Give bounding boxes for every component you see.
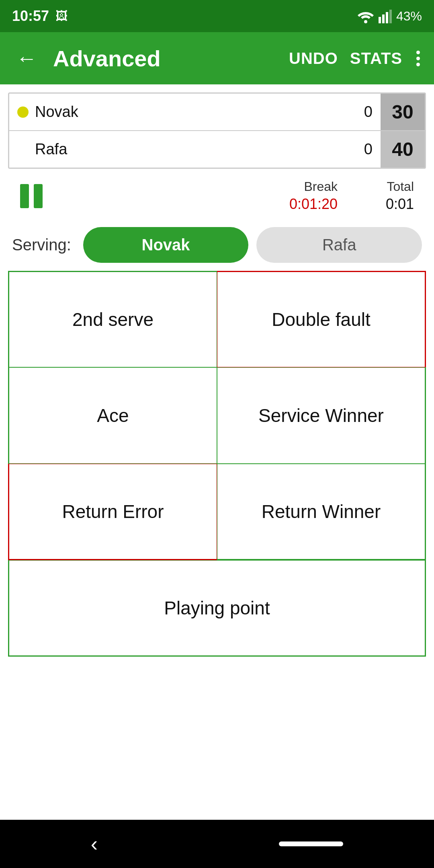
more-dot-2 [416, 57, 420, 60]
status-time: 10:57 [12, 8, 49, 25]
serving-buttons: Novak Rafa [83, 227, 422, 263]
nav-home-indicator[interactable] [279, 841, 343, 846]
serving-label: Serving: [12, 236, 71, 254]
second-serve-label: 2nd serve [72, 309, 154, 330]
timer-display: Break Total 0:01:20 0:01 [285, 179, 414, 213]
more-dot-1 [416, 51, 420, 54]
app-bar: ← Advanced UNDO STATS [0, 32, 434, 84]
playing-point-button[interactable]: Playing point [8, 560, 426, 657]
player1-info: Novak [9, 96, 356, 128]
second-serve-button[interactable]: 2nd serve [8, 271, 217, 367]
svg-point-0 [364, 20, 367, 23]
serving-indicator [17, 106, 29, 118]
timer-section: Break Total 0:01:20 0:01 [8, 173, 426, 219]
double-fault-label: Double fault [272, 309, 371, 330]
serving-player1-button[interactable]: Novak [83, 227, 249, 263]
total-value: 0:01 [362, 196, 414, 213]
timer-values: 0:01:20 0:01 [285, 196, 414, 213]
signal-icon [379, 9, 392, 23]
service-winner-label: Service Winner [258, 405, 384, 426]
player2-name: Rafa [35, 141, 67, 158]
nav-bar: ‹ [0, 820, 434, 868]
break-value: 0:01:20 [285, 196, 338, 213]
timer-header: Break Total [285, 179, 414, 194]
battery-status: 43% [396, 9, 422, 24]
svg-rect-1 [379, 17, 381, 23]
player1-game-score: 30 [381, 94, 425, 130]
return-winner-label: Return Winner [262, 501, 381, 522]
page-title: Advanced [53, 45, 281, 72]
more-options-button[interactable] [414, 49, 422, 68]
more-dot-3 [416, 63, 420, 66]
stats-button[interactable]: STATS [350, 49, 402, 68]
app-bar-actions: UNDO STATS [289, 49, 422, 68]
player2-info: Rafa [9, 133, 356, 165]
player2-sets: 0 [356, 133, 381, 165]
player2-score-row: Rafa 0 40 [9, 131, 425, 168]
player2-game-score: 40 [381, 131, 425, 168]
status-bar: 10:57 🖼 43% [0, 0, 434, 32]
pause-bar-left [20, 184, 29, 208]
double-fault-button[interactable]: Double fault [217, 271, 426, 367]
undo-button[interactable]: UNDO [289, 49, 338, 68]
player2-no-serving [17, 144, 29, 155]
back-button[interactable]: ← [12, 42, 41, 74]
score-section: Novak 0 30 Rafa 0 40 [8, 92, 426, 169]
nav-back-button[interactable]: ‹ [91, 832, 98, 856]
photo-icon: 🖼 [55, 9, 68, 23]
break-label: Break [285, 179, 338, 194]
serving-section: Serving: Novak Rafa [0, 219, 434, 271]
svg-rect-3 [386, 12, 388, 23]
connectivity-icons: 43% [357, 9, 422, 24]
ace-button[interactable]: Ace [8, 367, 217, 464]
total-label: Total [362, 179, 414, 194]
service-winner-button[interactable]: Service Winner [217, 367, 426, 464]
ace-label: Ace [97, 405, 129, 426]
svg-rect-2 [382, 14, 385, 23]
action-grid: 2nd serve Double fault Ace Service Winne… [8, 271, 426, 657]
player1-sets: 0 [356, 96, 381, 128]
player1-name: Novak [35, 103, 78, 121]
pause-button[interactable] [20, 184, 43, 208]
return-winner-button[interactable]: Return Winner [217, 464, 426, 560]
return-error-button[interactable]: Return Error [8, 464, 217, 560]
pause-bar-right [34, 184, 43, 208]
wifi-icon [357, 9, 375, 23]
return-error-label: Return Error [62, 501, 164, 522]
playing-point-label: Playing point [164, 597, 270, 619]
serving-player2-button[interactable]: Rafa [256, 227, 422, 263]
svg-rect-4 [389, 10, 392, 23]
player1-score-row: Novak 0 30 [9, 94, 425, 131]
